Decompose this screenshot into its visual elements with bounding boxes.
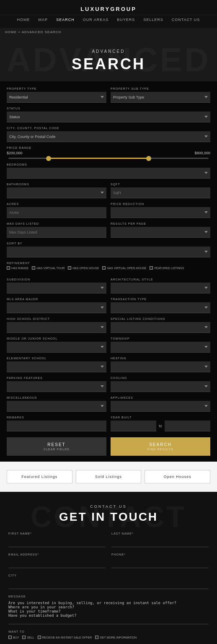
sqft-input[interactable] [111, 187, 210, 198]
refinement-virtual-tour[interactable]: HAS VIRTUAL TOUR [32, 266, 65, 270]
remarks-input[interactable] [7, 421, 106, 431]
acres-input[interactable] [7, 207, 106, 218]
contact-city-input[interactable] [8, 578, 209, 589]
label-more-info: GET MORE INFORMATION [100, 636, 137, 639]
checkbox-instant-sale[interactable] [38, 636, 41, 639]
miscellaneous-select[interactable] [7, 401, 106, 412]
special-listing-group: SPECIAL LISTING CONDITIONS [111, 317, 210, 333]
price-reduction-select[interactable] [111, 207, 210, 218]
want-buy[interactable]: BUY [8, 636, 19, 639]
first-name-input[interactable] [8, 536, 106, 547]
middle-township-row: MIDDLE OR JUNIOR SCHOOL TOWNSHIP [7, 337, 210, 353]
checkbox-virtual-open-house[interactable] [102, 266, 106, 270]
featured-listings-button[interactable]: Featured Listings [7, 470, 72, 483]
nav-map[interactable]: MAP [39, 18, 48, 22]
middle-school-select[interactable] [7, 342, 106, 353]
property-type-select[interactable]: Residential [7, 92, 106, 103]
maxdays-results-row: MAX DAYS LISTED RESULTS PER PAGE [7, 222, 210, 238]
refinement-has-range[interactable]: HAS RANGE [7, 266, 28, 270]
township-select[interactable] [111, 342, 210, 353]
property-type-row: PROPERTY TYPE Residential PROPERTY SUB T… [7, 87, 210, 103]
nav-our-areas[interactable]: OUR AREAS [83, 18, 109, 22]
year-built-to[interactable] [165, 421, 210, 431]
appliances-label: APPLIANCES [111, 396, 210, 399]
contact-title: GET IN TOUCH [8, 510, 209, 524]
highschool-special-row: HIGH SCHOOL DISTRICT SPECIAL LISTING CON… [7, 317, 210, 333]
results-label: RESULTS PER PAGE [111, 222, 210, 225]
message-textarea[interactable]: Are you interested in buying, selling, o… [8, 599, 209, 624]
parking-select[interactable] [7, 381, 106, 392]
mls-area-select[interactable] [7, 302, 106, 313]
contact-city-label: CITY [8, 574, 209, 577]
bedrooms-group: BEDROOMS [7, 163, 210, 179]
sqft-label: SQFT [111, 183, 210, 186]
nav-sellers[interactable]: SELLERS [143, 18, 163, 22]
checkbox-virtual-tour[interactable] [32, 266, 35, 270]
nav-search[interactable]: SEARCH [56, 18, 75, 22]
price-range-label: PRICE RANGE [7, 146, 210, 149]
want-instant-sale[interactable]: RECEIVE AN INSTANT SALE OFFER [38, 636, 92, 639]
special-listing-select[interactable] [111, 322, 210, 333]
label-virtual-tour: HAS VIRTUAL TOUR [36, 267, 65, 270]
contact-section: CONTACT CONTACT US GET IN TOUCH FIRST NA… [0, 492, 217, 644]
checkbox-buy[interactable] [8, 636, 12, 639]
want-sell[interactable]: SELL [22, 636, 34, 639]
year-built-from[interactable] [111, 421, 156, 431]
first-name-group: FIRST NAME* [8, 532, 106, 547]
elementary-group: ELEMENTARY SCHOOL [7, 357, 106, 372]
reset-button[interactable]: RESET CLEAR FIELDS [7, 437, 106, 456]
results-select[interactable] [111, 227, 210, 238]
sold-listings-button[interactable]: Sold Listings [76, 470, 142, 483]
nav-home[interactable]: HOME [17, 18, 30, 22]
form-buttons: RESET CLEAR FIELDS SEARCH FIND RESULTS [7, 437, 210, 456]
range-track[interactable] [8, 158, 209, 159]
bathrooms-group: BATHROOMS [7, 183, 106, 198]
checkbox-featured[interactable] [150, 266, 153, 270]
open-houses-button[interactable]: Open Houses [145, 470, 210, 483]
appliances-select[interactable] [111, 401, 210, 412]
range-thumb-right[interactable] [146, 156, 151, 161]
site-logo[interactable]: LUXURYGROUP [0, 3, 217, 15]
max-days-input[interactable] [7, 227, 106, 238]
phone-input[interactable] [111, 557, 209, 568]
refinement-options: HAS RANGE HAS VIRTUAL TOUR HAS OPEN HOUS… [7, 266, 210, 270]
refinement-open-house[interactable]: HAS OPEN HOUSE [68, 266, 99, 270]
bedrooms-select[interactable] [7, 168, 210, 179]
heating-select[interactable] [111, 361, 210, 372]
checkbox-sell[interactable] [22, 636, 26, 639]
email-label: EMAIL ADDRESS* [8, 553, 106, 556]
year-built-row: to [111, 421, 210, 431]
range-thumb-left[interactable] [46, 156, 51, 161]
city-select[interactable]: City, County or Postal Code [7, 131, 210, 142]
label-virtual-open-house: HAS VIRTUAL OPEN HOUSE [107, 267, 146, 270]
status-group: STATUS Status [7, 107, 210, 122]
last-name-input[interactable] [111, 536, 209, 547]
refinement-featured[interactable]: FEATURED LISTINGS [150, 266, 184, 270]
cooling-select[interactable] [111, 381, 210, 392]
label-sell: SELL [27, 636, 34, 639]
township-group: TOWNSHIP [111, 337, 210, 353]
search-button[interactable]: SEARCH FIND RESULTS [111, 437, 210, 456]
nav-buyers[interactable]: BUYERS [117, 18, 135, 22]
subdivision-label: SUBDIVISION [7, 278, 106, 281]
email-input[interactable] [8, 557, 106, 568]
listings-section: Featured Listings Sold Listings Open Hou… [0, 462, 217, 492]
checkbox-has-range[interactable] [7, 266, 10, 270]
remarks-group: REMARKS [7, 416, 106, 431]
high-school-select[interactable] [7, 322, 106, 333]
refinement-virtual-open-house[interactable]: HAS VIRTUAL OPEN HOUSE [102, 266, 146, 270]
checkbox-more-info[interactable] [95, 636, 98, 639]
arch-style-select[interactable] [111, 283, 210, 293]
elementary-select[interactable] [7, 361, 106, 372]
want-more-info[interactable]: GET MORE INFORMATION [95, 636, 137, 639]
status-select[interactable]: Status [7, 112, 210, 122]
nav-contact[interactable]: CONTACT US [172, 18, 200, 22]
checkbox-open-house[interactable] [68, 266, 71, 270]
arch-style-label: ARCHITECTURAL STYLE [111, 278, 210, 281]
sort-select[interactable] [7, 247, 210, 257]
subdivision-select[interactable] [7, 283, 106, 293]
bathrooms-select[interactable] [7, 187, 106, 198]
email-group: EMAIL ADDRESS* [8, 553, 106, 568]
property-sub-type-select[interactable]: Property Sub Type [111, 92, 210, 103]
transaction-type-select[interactable] [111, 302, 210, 313]
